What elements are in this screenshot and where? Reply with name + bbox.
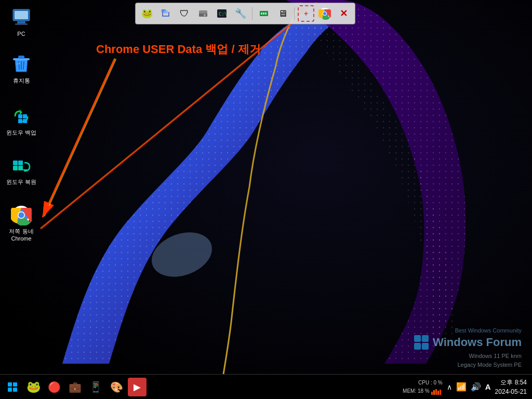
shield-tool-button[interactable]: 🛡 [176,5,193,22]
svg-point-20 [323,12,326,15]
clock[interactable]: 오후 8:54 2024-05-21 [495,378,527,396]
win-restore-label: 윈도우 복원 [6,178,36,185]
desktop-icon-pc[interactable]: PC [3,5,40,39]
taskbar-frog-button[interactable]: 🐸 [24,378,43,396]
taskbar-run-button[interactable]: ▶ [128,378,147,396]
frog-tool-button[interactable]: 🐸 [139,5,155,22]
svg-rect-42 [8,382,12,387]
taskbar-right: CPU : 0 % MEM: 18 % ∧ 📶 🔊 A [397,378,532,396]
svg-rect-7 [164,10,168,14]
svg-rect-23 [17,21,25,23]
taskbar-antivirus-button[interactable]: 🔴 [45,378,63,396]
watermark-brand-text: Windows Forum [433,336,522,349]
recycle-bin-icon [11,54,32,75]
svg-rect-26 [18,56,24,59]
svg-rect-35 [18,161,23,165]
logo-sq2 [422,335,429,342]
svg-rect-37 [18,166,23,170]
recycle-bin-label: 휴지통 [13,77,30,84]
pc-icon [11,7,32,28]
win-backup-label: 윈도우 백업 [6,129,36,136]
sys-info-line2: Legacy Mode System PE [414,361,522,370]
taskbar-photo-button[interactable]: 🎨 [107,378,126,396]
svg-rect-22 [15,11,28,19]
svg-text:C:\>: C:\> [219,11,228,17]
desktop-icon-recycle-bin[interactable]: 휴지통 [3,52,40,86]
win-backup-icon [11,106,32,127]
clock-date: 2024-05-21 [495,387,527,396]
tray-sound-icon[interactable]: 🔊 [471,382,481,392]
svg-rect-31 [23,114,27,118]
cpu-mem-stats: CPU : 0 % MEM: 18 % [403,379,443,395]
svg-rect-32 [18,119,22,123]
toolbar-separator-1 [252,7,252,20]
svg-line-29 [23,61,24,70]
svg-rect-34 [13,161,18,165]
svg-point-41 [19,212,24,218]
svg-rect-14 [261,12,262,15]
toolbar: 🐸 🛡 C:\> 🔧 🖥 + [135,3,355,24]
drive-tool-button[interactable] [195,5,211,22]
taskbar-left: 🐸 🔴 💼 📱 🎨 ▶ [0,378,150,396]
tray-lang-icon[interactable]: A [485,382,491,391]
taskbar-fz-button[interactable]: 💼 [65,378,84,396]
logo-sq4 [422,343,429,350]
cmd-tool-button[interactable]: C:\> [214,5,230,22]
svg-rect-36 [13,166,18,170]
taskbar-mobile-button[interactable]: 📱 [86,378,105,396]
clock-time: 오후 8:54 [495,378,527,387]
chrome-tool-button[interactable] [316,5,333,22]
svg-rect-15 [263,12,264,15]
chrome-icon-label: 저쪽 동네Chrome [9,228,33,243]
monitor-tool-button[interactable]: 🖥 [274,5,291,22]
taskbar: 🐸 🔴 💼 📱 🎨 ▶ CPU : 0 % MEM: 18 % [0,374,532,399]
sys-info-block: Windows 11 PE knm Legacy Mode System PE [414,352,522,370]
wrench-tool-button[interactable]: 🔧 [232,5,249,22]
start-button[interactable] [3,378,22,396]
watermark-logo [414,335,429,350]
svg-rect-48 [435,389,437,395]
cpu-stat: CPU : 0 % [403,379,443,387]
svg-rect-45 [13,388,17,392]
svg-rect-50 [440,390,441,395]
svg-rect-24 [15,23,28,25]
close-tool-button[interactable]: ✕ [335,5,352,22]
sys-info-line1: Windows 11 PE knm [414,352,522,361]
logo-sq1 [414,335,421,342]
tray-network-icon[interactable]: 📶 [456,382,467,392]
svg-rect-33 [23,119,27,123]
add-tool-button[interactable]: + [298,5,314,22]
svg-rect-46 [431,392,433,395]
mem-stat: MEM: 18 % [403,387,430,395]
logo-sq3 [414,343,421,350]
svg-rect-49 [437,391,439,395]
toolbar-separator-2 [294,7,295,20]
annotation-text: Chrome USER Data 백업 / 제거 [96,42,261,57]
watermark-top-text: Best Windows Community [414,327,522,334]
svg-rect-30 [18,114,22,118]
svg-rect-43 [13,382,17,387]
desktop-icon-win-restore[interactable]: 윈도우 복원 [3,153,40,188]
svg-rect-9 [199,14,207,17]
mem-tool-button[interactable] [256,5,272,22]
svg-rect-47 [433,390,435,395]
svg-point-10 [204,14,206,16]
svg-rect-44 [8,388,12,392]
pc-icon-label: PC [17,30,25,37]
restore-tool-button[interactable] [157,5,174,22]
tray-up-arrow[interactable]: ∧ [447,383,452,391]
win-restore-icon [11,155,32,176]
chrome-icon [11,205,32,225]
desktop-icon-win-backup[interactable]: 윈도우 백업 [3,104,40,138]
desktop-icon-chrome[interactable]: 저쪽 동네Chrome [3,203,40,245]
annotation-label: Chrome USER Data 백업 / 제거 [96,43,261,56]
svg-rect-16 [265,12,267,15]
desktop: 🐸 🛡 C:\> 🔧 🖥 + [0,0,532,399]
watermark: Best Windows Community Windows Forum Win… [414,327,522,370]
